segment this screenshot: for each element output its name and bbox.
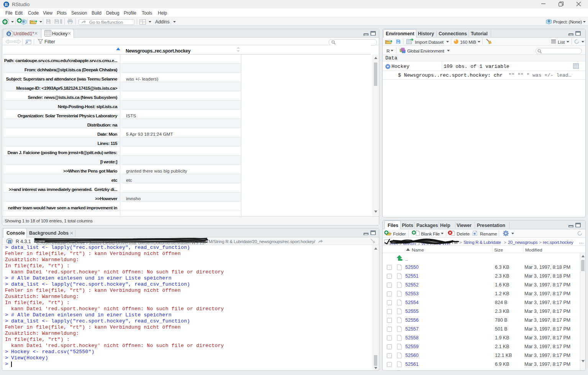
svg-text:R: R: [8, 32, 10, 36]
svg-text:R: R: [5, 2, 8, 7]
svg-text:R: R: [8, 239, 12, 244]
svg-text:R: R: [22, 20, 25, 23]
svg-text:R: R: [548, 19, 550, 23]
